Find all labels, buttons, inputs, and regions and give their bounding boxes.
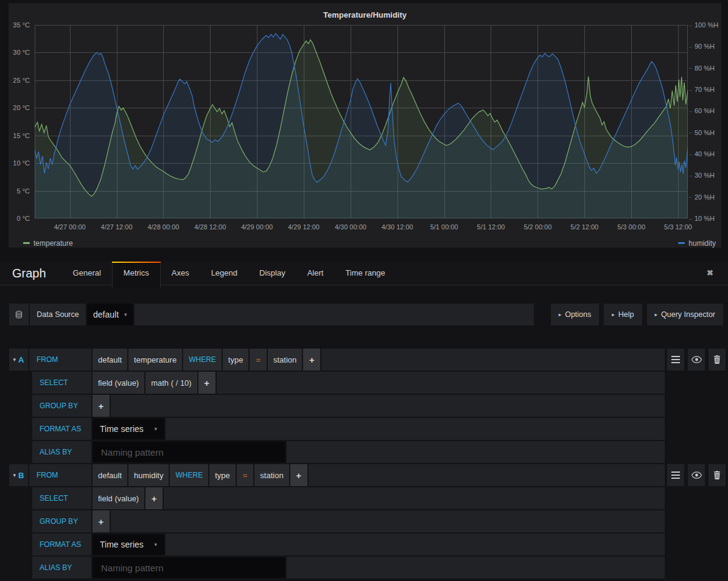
row-filler (321, 349, 665, 371)
right-y-axis: 100 %H90 %H80 %H70 %H60 %H50 %H40 %H30 %… (689, 25, 721, 218)
keyword-label: GROUP BY (32, 510, 91, 532)
query-part[interactable]: type (209, 464, 236, 486)
y-axis-tick-label: 35 °C (13, 21, 30, 29)
operator-part[interactable]: = (250, 349, 267, 371)
row-filler (166, 534, 665, 555)
button-help[interactable]: ▸Help (604, 304, 642, 325)
query-part[interactable]: temperature (128, 349, 182, 371)
panel-editor-tabbar: Graph GeneralMetricsAxesLegendDisplayAle… (0, 262, 728, 285)
close-icon[interactable]: ✖ (707, 262, 713, 285)
row-indent (9, 487, 31, 509)
eye-icon[interactable] (688, 464, 705, 486)
row-filler (111, 395, 665, 417)
query-part[interactable]: field (value) (93, 487, 144, 509)
tab-display[interactable]: Display (248, 262, 296, 285)
query-b-row-select: SELECTfield (value)+ (9, 487, 726, 509)
query-row-actions (667, 349, 726, 371)
tab-metrics[interactable]: Metrics (112, 262, 161, 288)
query-row-line: FORMAT ASTime series▾ (9, 534, 665, 555)
chevron-down-icon: ▾ (13, 357, 16, 363)
y-axis-tick-label: 20 °C (13, 104, 30, 111)
add-part-button[interactable]: + (145, 487, 163, 509)
query-part[interactable]: type (223, 349, 249, 371)
y-axis-tick-label: 50 %H (689, 129, 715, 136)
format-as-select[interactable]: Time series▾ (93, 419, 164, 439)
x-axis-tick-label: 4/29 12:00 (278, 223, 329, 231)
keyword-label: FORMAT AS (32, 418, 91, 440)
axis-tick-mark (689, 197, 692, 198)
keyword-label: ALIAS BY (32, 557, 91, 579)
format-as-select[interactable]: Time series▾ (93, 534, 164, 555)
query-part[interactable]: field (value) (93, 372, 144, 394)
menu-icon[interactable] (667, 349, 684, 371)
y-axis-tick-label: 0 °C (16, 215, 30, 222)
query-b-row-alias-by: ALIAS BY (9, 557, 726, 579)
legend-color-dash (678, 242, 685, 244)
plot-area[interactable] (35, 25, 688, 218)
query-collapse-toggle[interactable]: ▾A (9, 349, 28, 371)
row-filler (111, 510, 665, 532)
query-part[interactable]: station (254, 464, 289, 486)
chevron-down-icon: ▾ (154, 426, 157, 432)
row-filler (287, 557, 665, 579)
button-query-inspector[interactable]: ▸Query Inspector (647, 304, 723, 325)
x-axis-tick-label: 5/1 00:00 (419, 223, 470, 231)
button-options[interactable]: ▸Options (551, 304, 600, 325)
y-axis-tick-label: 20 %H (689, 193, 715, 201)
alias-by-input[interactable] (93, 557, 285, 578)
query-keyword-part[interactable]: WHERE (170, 464, 208, 486)
datasource-value: default (93, 310, 119, 319)
query-collapse-toggle[interactable]: ▾B (9, 464, 28, 486)
row-indent (9, 372, 31, 394)
add-part-button[interactable]: + (93, 395, 110, 417)
tab-legend[interactable]: Legend (200, 262, 248, 285)
y-axis-tick-label: 30 °C (13, 49, 30, 56)
query-part[interactable]: math ( / 10) (145, 372, 197, 394)
query-part[interactable]: default (93, 464, 127, 486)
axis-tick-mark (689, 111, 692, 112)
select-value: Time series (100, 424, 144, 434)
row-filler (287, 441, 665, 463)
y-axis-tick-label: 70 %H (689, 86, 715, 93)
query-a-row-group-by: GROUP BY+ (9, 395, 726, 417)
query-part[interactable]: humidity (128, 464, 169, 486)
query-b-row-from: ▾BFROMdefaulthumidityWHEREtype=station+ (9, 464, 726, 486)
operator-part[interactable]: = (237, 464, 254, 486)
keyword-label: ALIAS BY (32, 441, 91, 463)
trash-icon[interactable] (709, 349, 726, 371)
query-keyword-part[interactable]: WHERE (183, 349, 222, 371)
x-axis-tick-label: 4/27 00:00 (44, 223, 96, 231)
query-part[interactable]: default (93, 349, 127, 371)
query-part[interactable]: station (268, 349, 302, 371)
tab-axes[interactable]: Axes (161, 262, 200, 285)
button-label: Query Inspector (661, 310, 715, 319)
axis-tick-mark (689, 133, 692, 133)
alias-by-input[interactable] (93, 442, 285, 462)
tab-time-range[interactable]: Time range (334, 262, 396, 285)
eye-icon[interactable] (688, 349, 705, 371)
button-label: Options (565, 310, 591, 319)
y-axis-tick-label: 80 %H (689, 64, 715, 72)
tab-alert[interactable]: Alert (296, 262, 335, 285)
datasource-select[interactable]: default ▾ (87, 304, 133, 325)
chevron-down-icon: ▾ (154, 541, 157, 548)
add-part-button[interactable]: + (93, 510, 110, 532)
datasource-bar: Data Source default ▾ ▸Options▸Help▸Quer… (9, 304, 723, 325)
add-part-button[interactable]: + (290, 464, 307, 486)
legend-item-temperature[interactable]: temperature (23, 239, 73, 248)
metrics-editor: Data Source default ▾ ▸Options▸Help▸Quer… (0, 285, 728, 581)
menu-icon[interactable] (667, 464, 684, 486)
row-filler (164, 487, 665, 509)
add-part-button[interactable]: + (198, 372, 215, 394)
keyword-label: FORMAT AS (32, 534, 91, 555)
trash-icon[interactable] (709, 464, 726, 486)
row-indent (9, 510, 31, 532)
legend-item-humidity[interactable]: humidity (678, 239, 716, 248)
panel-type-title: Graph (0, 262, 62, 285)
query-row-line: ▾AFROMdefaulttemperatureWHEREtype=statio… (9, 349, 665, 371)
query-row-line: GROUP BY+ (9, 395, 665, 417)
tab-general[interactable]: General (62, 262, 112, 285)
add-part-button[interactable]: + (303, 349, 320, 371)
x-axis: 4/27 00:004/27 12:004/28 00:004/28 12:00… (35, 223, 688, 232)
query-letter: A (18, 355, 24, 364)
